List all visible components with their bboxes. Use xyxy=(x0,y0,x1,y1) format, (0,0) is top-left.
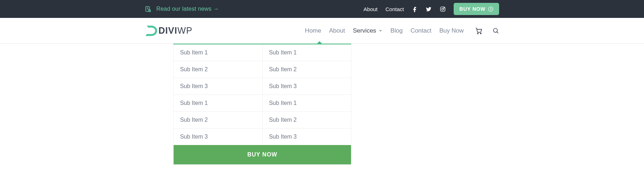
topbar-link-contact[interactable]: Contact xyxy=(385,6,404,12)
svg-line-4 xyxy=(150,11,151,12)
search-icon[interactable] xyxy=(492,27,499,34)
nav-services[interactable]: Services xyxy=(353,27,382,34)
news-icon xyxy=(145,6,151,12)
nav-about[interactable]: About xyxy=(329,27,345,34)
logo-text: DIVIWP xyxy=(158,25,192,36)
logo-mark-icon xyxy=(145,24,158,37)
logo-text-thin: WP xyxy=(177,25,192,36)
svg-point-9 xyxy=(477,33,478,34)
logo[interactable]: DIVIWP xyxy=(145,24,192,37)
news-link[interactable]: Read our latest news → xyxy=(156,6,219,12)
svg-point-6 xyxy=(442,8,444,10)
dropdown-pointer xyxy=(317,41,322,44)
facebook-icon[interactable] xyxy=(412,6,418,12)
cart-icon[interactable] xyxy=(475,27,482,34)
twitter-icon[interactable] xyxy=(426,6,432,12)
instagram-icon[interactable] xyxy=(440,6,446,12)
top-bar-inner: Read our latest news → About Contact BUY… xyxy=(145,0,499,18)
arrow-circle-icon xyxy=(488,6,493,12)
svg-point-7 xyxy=(444,7,444,8)
topbar-right: About Contact BUY NOW xyxy=(364,3,499,15)
chevron-down-icon xyxy=(379,29,382,33)
top-bar: Read our latest news → About Contact BUY… xyxy=(0,0,644,18)
nav-buynow[interactable]: Buy Now xyxy=(439,27,464,34)
svg-point-8 xyxy=(488,7,493,11)
main-nav-inner: DIVIWP Home About Services Blog Contact … xyxy=(145,18,499,43)
main-nav-bar: DIVIWP Home About Services Blog Contact … xyxy=(0,18,644,44)
nav-blog[interactable]: Blog xyxy=(390,27,402,34)
buy-now-button-topbar-label: BUY NOW xyxy=(459,6,486,12)
topbar-link-about[interactable]: About xyxy=(364,6,377,12)
svg-point-10 xyxy=(480,33,482,34)
buy-now-button-topbar[interactable]: BUY NOW xyxy=(454,3,499,15)
nav-home[interactable]: Home xyxy=(305,27,321,34)
logo-text-bold: DIVI xyxy=(158,25,177,36)
nav-contact[interactable]: Contact xyxy=(410,27,431,34)
main-nav-links: Home About Services Blog Contact Buy Now xyxy=(305,27,499,34)
svg-point-11 xyxy=(493,28,497,32)
nav-services-label: Services xyxy=(353,27,376,34)
svg-line-12 xyxy=(497,32,498,33)
topbar-left: Read our latest news → xyxy=(145,6,219,12)
